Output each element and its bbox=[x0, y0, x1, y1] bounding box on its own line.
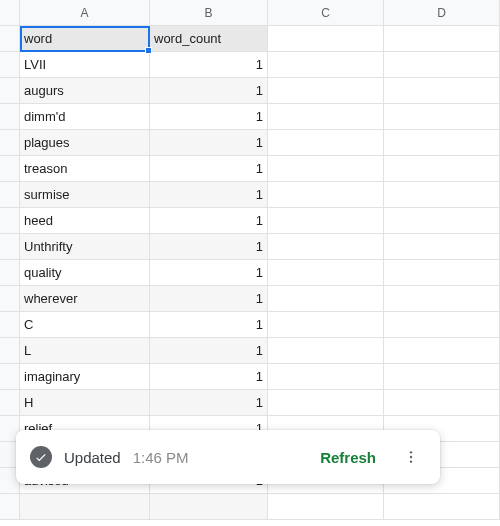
toast-time-text: 1:46 PM bbox=[133, 449, 189, 466]
status-toast: Updated 1:46 PM Refresh bbox=[16, 430, 440, 484]
cell-a[interactable]: dimm'd bbox=[20, 104, 150, 130]
col-header-d[interactable]: D bbox=[384, 0, 500, 26]
cell-d1[interactable] bbox=[384, 26, 500, 52]
row-number[interactable] bbox=[0, 130, 20, 156]
cell-b[interactable]: 1 bbox=[150, 234, 268, 260]
cell-c[interactable] bbox=[268, 104, 384, 130]
cell-b[interactable]: 1 bbox=[150, 182, 268, 208]
cell-d[interactable] bbox=[384, 338, 500, 364]
cell-d[interactable] bbox=[384, 260, 500, 286]
cell-c[interactable] bbox=[268, 338, 384, 364]
cell-b[interactable]: 1 bbox=[150, 286, 268, 312]
cell-c[interactable] bbox=[268, 312, 384, 338]
col-header-b[interactable]: B bbox=[150, 0, 268, 26]
cell-a[interactable]: L bbox=[20, 338, 150, 364]
cell-c[interactable] bbox=[268, 182, 384, 208]
row-number[interactable] bbox=[0, 312, 20, 338]
cell-d[interactable] bbox=[384, 390, 500, 416]
cell-d[interactable] bbox=[384, 52, 500, 78]
cell-d[interactable] bbox=[384, 208, 500, 234]
cell-c[interactable] bbox=[268, 130, 384, 156]
svg-point-0 bbox=[410, 451, 412, 453]
cell-c[interactable] bbox=[268, 390, 384, 416]
cell-a[interactable]: plagues bbox=[20, 130, 150, 156]
cell-c[interactable] bbox=[268, 494, 384, 520]
cell-c[interactable] bbox=[268, 234, 384, 260]
cell-c[interactable] bbox=[268, 286, 384, 312]
row-number[interactable] bbox=[0, 286, 20, 312]
cell-d[interactable] bbox=[384, 156, 500, 182]
cell-a[interactable]: augurs bbox=[20, 78, 150, 104]
cell-c[interactable] bbox=[268, 208, 384, 234]
row-number[interactable] bbox=[0, 156, 20, 182]
cell-b[interactable]: 1 bbox=[150, 312, 268, 338]
cell-a[interactable]: wherever bbox=[20, 286, 150, 312]
svg-point-2 bbox=[410, 460, 412, 462]
more-menu-button[interactable] bbox=[396, 442, 426, 472]
kebab-icon bbox=[403, 449, 419, 465]
cell-a[interactable]: quality bbox=[20, 260, 150, 286]
cell-b[interactable] bbox=[150, 494, 268, 520]
cell-a[interactable] bbox=[20, 494, 150, 520]
cell-c[interactable] bbox=[268, 78, 384, 104]
cell-d[interactable] bbox=[384, 286, 500, 312]
row-number[interactable] bbox=[0, 390, 20, 416]
toast-status-text: Updated bbox=[64, 449, 121, 466]
cell-d[interactable] bbox=[384, 130, 500, 156]
cell-a[interactable]: H bbox=[20, 390, 150, 416]
cell-d[interactable] bbox=[384, 364, 500, 390]
cell-d[interactable] bbox=[384, 104, 500, 130]
refresh-button[interactable]: Refresh bbox=[312, 443, 384, 472]
cell-c1[interactable] bbox=[268, 26, 384, 52]
cell-d[interactable] bbox=[384, 494, 500, 520]
cell-c[interactable] bbox=[268, 52, 384, 78]
row-number[interactable] bbox=[0, 52, 20, 78]
row-number[interactable] bbox=[0, 494, 20, 520]
cell-a[interactable]: heed bbox=[20, 208, 150, 234]
check-icon bbox=[30, 446, 52, 468]
cell-b[interactable]: 1 bbox=[150, 130, 268, 156]
cell-d[interactable] bbox=[384, 312, 500, 338]
cell-a[interactable]: imaginary bbox=[20, 364, 150, 390]
cell-b[interactable]: 1 bbox=[150, 156, 268, 182]
cell-b[interactable]: 1 bbox=[150, 52, 268, 78]
cell-d[interactable] bbox=[384, 182, 500, 208]
cell-b[interactable]: 1 bbox=[150, 390, 268, 416]
row-number[interactable] bbox=[0, 260, 20, 286]
row-number[interactable] bbox=[0, 234, 20, 260]
cell-c[interactable] bbox=[268, 260, 384, 286]
cell-a[interactable]: C bbox=[20, 312, 150, 338]
cell-b1[interactable]: word_count bbox=[150, 26, 268, 52]
cell-a[interactable]: treason bbox=[20, 156, 150, 182]
cell-b[interactable]: 1 bbox=[150, 78, 268, 104]
cell-c[interactable] bbox=[268, 156, 384, 182]
cell-b[interactable]: 1 bbox=[150, 104, 268, 130]
row-number[interactable] bbox=[0, 104, 20, 130]
col-header-a[interactable]: A bbox=[20, 0, 150, 26]
cell-a[interactable]: surmise bbox=[20, 182, 150, 208]
cell-c[interactable] bbox=[268, 364, 384, 390]
corner-cell[interactable] bbox=[0, 0, 20, 26]
row-number[interactable] bbox=[0, 182, 20, 208]
row-number[interactable] bbox=[0, 208, 20, 234]
cell-a[interactable]: LVII bbox=[20, 52, 150, 78]
cell-b[interactable]: 1 bbox=[150, 260, 268, 286]
cell-d[interactable] bbox=[384, 78, 500, 104]
cell-b[interactable]: 1 bbox=[150, 364, 268, 390]
row-number[interactable] bbox=[0, 26, 20, 52]
cell-a[interactable]: Unthrifty bbox=[20, 234, 150, 260]
row-number[interactable] bbox=[0, 338, 20, 364]
cell-a1[interactable]: word bbox=[20, 26, 150, 52]
cell-b[interactable]: 1 bbox=[150, 338, 268, 364]
svg-point-1 bbox=[410, 456, 412, 458]
col-header-c[interactable]: C bbox=[268, 0, 384, 26]
cell-b[interactable]: 1 bbox=[150, 208, 268, 234]
cell-d[interactable] bbox=[384, 234, 500, 260]
row-number[interactable] bbox=[0, 364, 20, 390]
row-number[interactable] bbox=[0, 78, 20, 104]
